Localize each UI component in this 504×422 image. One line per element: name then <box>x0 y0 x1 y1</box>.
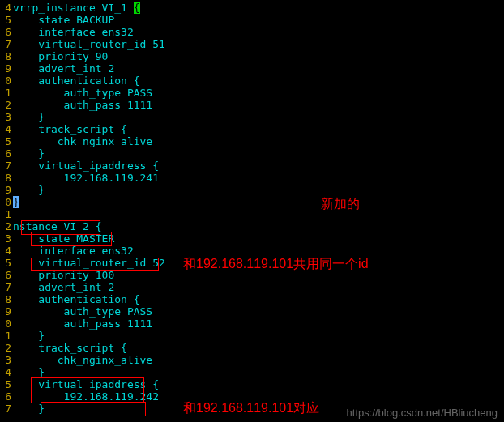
code-text: } <box>11 147 45 160</box>
line-number: 8 <box>0 50 11 62</box>
code-text: } <box>11 330 45 342</box>
code-text: } <box>11 184 45 196</box>
code-line: 8 authentication { <box>0 293 504 305</box>
line-number: 8 <box>0 293 11 305</box>
line-number: 4 <box>0 2 11 14</box>
code-line: 6 interface ens32 <box>0 26 504 38</box>
line-number: 5 <box>0 378 11 390</box>
code-line: 3 state MASTER <box>0 232 504 245</box>
code-line: 4 track_script { <box>0 123 504 135</box>
code-text: } <box>11 403 45 415</box>
line-number: 7 <box>0 38 11 50</box>
code-text: virtual_router_id 52 <box>11 257 165 269</box>
line-number: 2 <box>0 220 11 232</box>
code-text: virtual_router_id 51 <box>11 38 165 50</box>
line-number: 4 <box>0 366 11 378</box>
line-number: 4 <box>0 245 11 257</box>
line-number: 6 <box>0 390 11 403</box>
code-editor: 4vrrp_instance VI_1 {5 state BACKUP6 int… <box>0 0 504 415</box>
code-text: nstance VI_2 { <box>11 220 102 232</box>
code-line: 7 virtual_ipaddress { <box>0 160 504 172</box>
code-line: 4 } <box>0 366 504 378</box>
code-line: 2nstance VI_2 { <box>0 220 504 232</box>
code-text <box>11 208 13 220</box>
code-line: 8 192.168.119.241 <box>0 172 504 184</box>
code-line: 4vrrp_instance VI_1 { <box>0 2 504 14</box>
code-text: 192.168.119.241 <box>11 172 159 184</box>
line-number: 6 <box>0 147 11 160</box>
code-line: 2 auth_pass 1111 <box>0 99 504 111</box>
line-number: 3 <box>0 232 11 245</box>
code-line: 5 virtual_ipaddress { <box>0 378 504 390</box>
code-text: authentication { <box>11 75 140 87</box>
code-text: auth_type PASS <box>11 305 152 318</box>
line-number: 2 <box>0 342 11 354</box>
code-line: 1 } <box>0 330 504 342</box>
line-number: 0 <box>0 75 11 87</box>
code-line: 1 <box>0 208 504 220</box>
code-text: auth_pass 1111 <box>11 99 152 111</box>
code-text: state BACKUP <box>11 14 114 26</box>
code-text: 192.168.119.242 <box>11 390 159 403</box>
code-text: advert_int 2 <box>11 281 114 293</box>
code-line: 6 } <box>0 147 504 160</box>
code-line: 7 virtual_router_id 51 <box>0 38 504 50</box>
line-number: 1 <box>0 208 11 220</box>
code-line: 5 chk_nginx_alive <box>0 135 504 147</box>
line-number: 7 <box>0 160 11 172</box>
line-number: 9 <box>0 62 11 75</box>
code-line: 4 interface ens32 <box>0 245 504 257</box>
code-text: track_script { <box>11 342 127 354</box>
code-line: 5 state BACKUP <box>0 14 504 26</box>
line-number: 6 <box>0 26 11 38</box>
code-text: } <box>11 366 45 378</box>
code-line: 8 priority 90 <box>0 50 504 62</box>
code-text: vrrp_instance VI_1 <box>11 2 134 14</box>
code-line: 9 advert_int 2 <box>0 62 504 75</box>
code-text: authentication { <box>11 293 140 305</box>
code-text: auth_type PASS <box>11 87 152 99</box>
line-number: 8 <box>0 172 11 184</box>
code-line: 3 } <box>0 111 504 123</box>
code-line: 3 chk_nginx_alive <box>0 354 504 366</box>
line-number: 9 <box>0 184 11 196</box>
code-text: state MASTER <box>11 232 114 245</box>
code-line: 7 advert_int 2 <box>0 281 504 293</box>
line-number: 3 <box>0 354 11 366</box>
line-number: 3 <box>0 111 11 123</box>
matching-brace-highlight: { <box>134 2 140 14</box>
code-line: 9 auth_type PASS <box>0 305 504 318</box>
line-number: 9 <box>0 305 11 318</box>
line-number: 5 <box>0 257 11 269</box>
code-line: 0} <box>0 196 504 208</box>
code-text: chk_nginx_alive <box>11 135 152 147</box>
code-text: priority 100 <box>11 269 114 281</box>
code-text: priority 90 <box>11 50 108 62</box>
line-number: 0 <box>0 318 11 330</box>
code-text: auth_pass 1111 <box>11 318 152 330</box>
line-number: 4 <box>0 123 11 135</box>
annotation-text: 新加的 <box>321 198 360 210</box>
line-number: 5 <box>0 14 11 26</box>
code-text: advert_int 2 <box>11 62 114 75</box>
line-number: 5 <box>0 135 11 147</box>
code-line: 0 authentication { <box>0 75 504 87</box>
code-line: 2 track_script { <box>0 342 504 354</box>
code-text: chk_nginx_alive <box>11 354 152 366</box>
line-number: 7 <box>0 281 11 293</box>
code-line: 0 auth_pass 1111 <box>0 318 504 330</box>
code-text: virtual_ipaddress { <box>11 160 159 172</box>
code-text: track_script { <box>11 123 127 135</box>
watermark: https://blog.csdn.net/HBliucheng <box>347 407 498 419</box>
code-line: 9 } <box>0 184 504 196</box>
code-line: 1 auth_type PASS <box>0 87 504 99</box>
code-line: 6 priority 100 <box>0 269 504 281</box>
line-number: 1 <box>0 87 11 99</box>
line-number: 7 <box>0 403 11 415</box>
line-number: 6 <box>0 269 11 281</box>
line-number: 0 <box>0 196 11 208</box>
cursor-highlight: } <box>13 196 19 208</box>
line-number: 2 <box>0 99 11 111</box>
code-text: interface ens32 <box>11 26 134 38</box>
line-number: 1 <box>0 330 11 342</box>
